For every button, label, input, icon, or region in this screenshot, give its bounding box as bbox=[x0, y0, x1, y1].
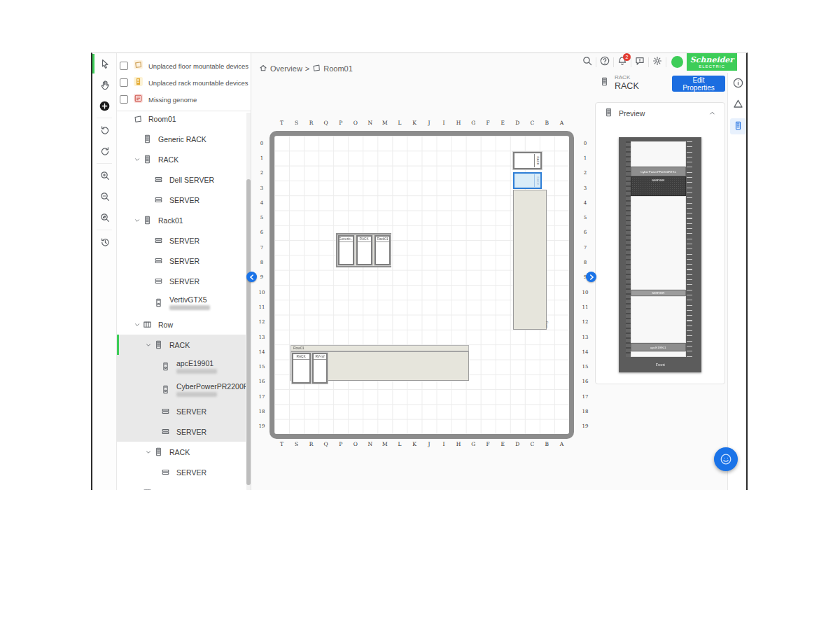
topbar-divider bbox=[596, 57, 596, 67]
row-icon bbox=[142, 319, 153, 330]
grid-label: 15 bbox=[255, 359, 268, 374]
zoom-out-icon bbox=[100, 192, 110, 202]
canvas-object-rack-top[interactable]: RACK bbox=[513, 152, 542, 169]
tree-item-rack[interactable]: RACK bbox=[117, 335, 246, 355]
tree-item-row[interactable]: Row bbox=[117, 314, 246, 335]
tree-item-server[interactable]: SERVER bbox=[117, 462, 246, 482]
canvas-object-rack-generic[interactable]: Generic... bbox=[338, 235, 354, 265]
chevron-down-icon[interactable] bbox=[132, 155, 141, 164]
canvas-object-row-container-vertical[interactable]: Row bbox=[513, 190, 547, 330]
edit-properties-button[interactable]: Edit Properties bbox=[672, 76, 725, 92]
assistant-fab[interactable] bbox=[714, 447, 738, 471]
select-tool-button[interactable] bbox=[92, 53, 117, 74]
chevron-down-icon[interactable] bbox=[132, 216, 141, 225]
rack-tab[interactable] bbox=[730, 118, 746, 134]
redo-button[interactable] bbox=[92, 141, 117, 162]
rack-tab-icon bbox=[734, 120, 743, 133]
canvas-object-rack-selected[interactable]: RACK bbox=[513, 172, 542, 189]
missing-genome-icon bbox=[133, 93, 144, 106]
search-button[interactable] bbox=[580, 55, 594, 69]
grid-label: 1 bbox=[579, 150, 592, 165]
grid-label: O bbox=[348, 120, 363, 126]
toolbar-divider bbox=[97, 230, 112, 230]
zoom-in-button[interactable] bbox=[92, 165, 117, 186]
logo-line1: Schneider bbox=[690, 56, 734, 64]
tree-item-label: SERVER bbox=[169, 277, 200, 286]
canvas-object-rack[interactable]: RACK bbox=[292, 353, 311, 384]
history-button[interactable] bbox=[92, 232, 117, 253]
tree-item-vertivgtx5[interactable]: VertivGTX5 bbox=[117, 291, 246, 314]
tree-item-server[interactable]: SERVER bbox=[117, 230, 246, 251]
tree-item-server[interactable]: SERVER bbox=[117, 190, 246, 210]
chevron-down-icon[interactable] bbox=[132, 320, 141, 329]
tree-item-label: RACK bbox=[169, 448, 190, 456]
server-icon bbox=[153, 174, 164, 185]
tree-item-server[interactable]: SERVER bbox=[117, 251, 246, 271]
breadcrumb-overview[interactable]: Overview bbox=[270, 64, 302, 73]
properties-panel: RACK RACK Edit Properties Preview CyberP… bbox=[593, 53, 727, 490]
tree-item-rack[interactable]: RACK bbox=[117, 149, 246, 169]
chevron-down-icon[interactable] bbox=[144, 447, 153, 456]
tree-item-generic-rack[interactable]: Generic RACK bbox=[117, 129, 246, 149]
tree-item-server[interactable]: SERVER bbox=[117, 421, 246, 442]
room-outline[interactable]: RowRACKRACKGeneric...RACKRack01Row01RACK… bbox=[270, 131, 574, 439]
tree-scrollbar-thumb[interactable] bbox=[246, 179, 251, 485]
grid-label: 17 bbox=[255, 389, 268, 404]
undo-icon bbox=[100, 125, 110, 135]
avatar[interactable] bbox=[671, 56, 683, 68]
collapse-left-panel-button[interactable] bbox=[246, 272, 257, 282]
grid-label: K bbox=[407, 441, 421, 447]
help-button[interactable] bbox=[598, 55, 612, 69]
canvas-object-rack[interactable]: RACK bbox=[356, 235, 372, 265]
tree-scrollbar[interactable] bbox=[246, 113, 251, 490]
alarm-icon bbox=[733, 99, 743, 112]
canvas-object-row01-strip[interactable]: Row01 bbox=[290, 345, 469, 351]
tree-item-apce19901[interactable]: apcE19901 bbox=[117, 355, 246, 378]
settings-button[interactable] bbox=[650, 55, 664, 69]
grid-label: 18 bbox=[255, 404, 268, 419]
floor-canvas[interactable]: Overview > Room01 TSRQPONMLKJIHGFEDCBA T… bbox=[251, 53, 593, 490]
grid-label: D bbox=[510, 120, 525, 126]
grid-column-labels-bottom: TSRQPONMLKJIHGFEDCBA bbox=[274, 441, 569, 447]
tree-item-room01[interactable]: Room01 bbox=[117, 108, 246, 129]
tree-item-label: RACK bbox=[169, 341, 190, 349]
canvas-object-rack[interactable]: RV-Inf bbox=[312, 353, 328, 384]
undo-button[interactable] bbox=[92, 120, 117, 141]
tree-item-server[interactable]: SERVER bbox=[117, 271, 246, 291]
zoom-out-button[interactable] bbox=[92, 186, 117, 207]
info-tab[interactable] bbox=[730, 76, 746, 92]
breadcrumb-room[interactable]: Room01 bbox=[323, 64, 353, 73]
grid-label: I bbox=[437, 441, 451, 447]
grid-label: L bbox=[392, 120, 407, 126]
breadcrumb-separator: > bbox=[305, 64, 309, 73]
chevron-down-icon[interactable] bbox=[144, 340, 153, 349]
add-tool-button[interactable] bbox=[92, 95, 117, 116]
server-icon bbox=[160, 467, 171, 477]
tree-item-server[interactable]: SERVER bbox=[117, 401, 246, 421]
grid-label: B bbox=[540, 441, 554, 447]
grid-label: 14 bbox=[255, 344, 268, 359]
legend-checkbox[interactable] bbox=[120, 78, 128, 87]
pan-tool-button[interactable] bbox=[92, 74, 117, 95]
chevron-down-icon[interactable] bbox=[132, 488, 141, 490]
tree-item-rack[interactable]: RACK bbox=[117, 442, 246, 462]
legend-checkbox[interactable] bbox=[120, 95, 128, 104]
alarms-tab[interactable] bbox=[730, 97, 746, 113]
tree-item-dell-server[interactable]: Dell SERVER bbox=[117, 169, 246, 190]
canvas-object-rack01[interactable]: Rack01 bbox=[374, 235, 391, 265]
collapse-right-panel-button[interactable] bbox=[586, 272, 596, 282]
breadcrumb: Overview > Room01 bbox=[259, 64, 353, 74]
tree-item-rack01[interactable]: Rack01 bbox=[117, 210, 246, 230]
chevron-up-icon[interactable] bbox=[708, 107, 716, 120]
tree-item-label: RACK bbox=[158, 155, 178, 164]
feedback-button[interactable] bbox=[633, 55, 647, 69]
tree-item-row01[interactable]: Row01 bbox=[117, 482, 246, 490]
zoom-fit-button[interactable] bbox=[92, 207, 117, 228]
object-label: Rack01 bbox=[376, 237, 389, 242]
tree-item-cyberpowerpr2200r[interactable]: CyberPowerPR2200R... bbox=[117, 378, 246, 401]
legend-checkbox[interactable] bbox=[120, 62, 128, 70]
notifications-button[interactable]: 2 bbox=[615, 55, 629, 69]
selection-type-label: RACK bbox=[615, 74, 630, 80]
grid-label: 19 bbox=[579, 419, 592, 434]
grid-label: 4 bbox=[579, 195, 592, 210]
